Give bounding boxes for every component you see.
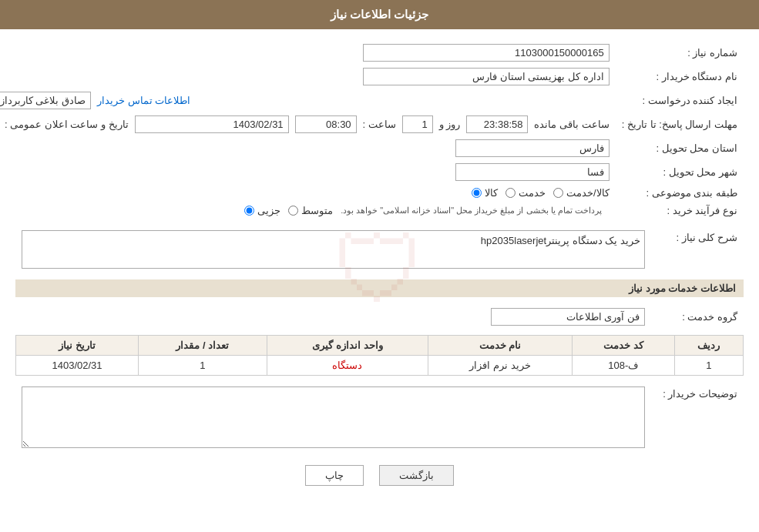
cell-code: ف-108: [572, 356, 674, 376]
cell-qty: 1: [139, 356, 267, 376]
col-code: کد خدمت: [572, 336, 674, 356]
category-radio-khadamat[interactable]: [505, 188, 516, 198]
time-label: ساعت :: [363, 119, 396, 130]
purchase-type-label-medium: متوسط: [301, 205, 333, 216]
services-table: ردیف کد خدمت نام خدمت واحد اندازه گیری ت…: [15, 335, 744, 376]
remaining-value: 23:38:58: [466, 115, 528, 133]
notes-table: توضیحات خریدار :: [15, 383, 744, 453]
category-radio-kala[interactable]: [472, 188, 482, 198]
buyer-notes-label: توضیحات خریدار :: [651, 383, 744, 453]
send-deadline-label: مهلت ارسال پاسخ: تا تاریخ :: [616, 112, 744, 136]
category-option-kala-khadamat: کالا/خدمت: [553, 187, 610, 199]
purchase-type-option-partial: جزیی: [244, 205, 280, 216]
purchase-type-label: نوع فرآیند خرید :: [616, 202, 744, 219]
col-name: نام خدمت: [428, 336, 573, 356]
city-value: فسا: [455, 163, 610, 181]
col-qty: تعداد / مقدار: [139, 336, 267, 356]
days-value: 1: [402, 115, 433, 133]
description-value: خرید یک دستگاه پرینترhp2035laserjet: [22, 230, 645, 269]
description-label: شرح کلی نیاز :: [651, 227, 744, 272]
date-value: 1403/02/31: [135, 115, 289, 133]
col-row: ردیف: [674, 336, 743, 356]
buyer-org-value: اداره کل بهزیستی استان فارس: [363, 68, 610, 85]
info-table: شماره نیاز : 1103000150000165 نام دستگاه…: [0, 41, 744, 219]
category-label-kala: کالا: [485, 187, 498, 199]
service-group-label: گروه خدمت :: [651, 305, 744, 329]
cell-unit: دستگاه: [267, 356, 428, 376]
button-row: بازگشت چاپ: [15, 465, 744, 486]
category-label-kala-khadamat: کالا/خدمت: [566, 187, 610, 199]
category-option-khadamat: خدمت: [505, 187, 546, 199]
service-group-table: گروه خدمت : فن آوری اطلاعات: [15, 305, 744, 329]
remaining-label: ساعت باقی مانده: [534, 119, 609, 130]
service-group-value: فن آوری اطلاعات: [491, 308, 645, 326]
purchase-type-radio-medium[interactable]: [288, 206, 298, 216]
category-label-khadamat: خدمت: [519, 187, 546, 199]
description-table: شرح کلی نیاز : خرید یک دستگاه پرینترhp20…: [15, 227, 744, 272]
buyer-notes-input[interactable]: [22, 386, 645, 448]
buyer-org-label: نام دستگاه خریدار :: [616, 65, 744, 89]
creator-label: ایجاد کننده درخواست :: [616, 89, 744, 112]
cell-row: 1: [674, 356, 743, 376]
creator-contact-link[interactable]: اطلاعات تماس خریدار: [97, 95, 190, 106]
purchase-type-label-partial: جزیی: [257, 205, 280, 216]
time-value: 08:30: [295, 115, 357, 133]
purchase-type-note: پرداخت تمام یا بخشی از مبلغ خریداز محل "…: [341, 206, 602, 216]
category-label: طبقه بندی موضوعی :: [616, 184, 744, 202]
print-button[interactable]: چاپ: [305, 465, 364, 486]
back-button[interactable]: بازگشت: [379, 465, 454, 486]
page-title: جزئیات اطلاعات نیاز: [331, 8, 428, 21]
col-date: تاریخ نیاز: [16, 336, 139, 356]
days-label: روز و: [439, 119, 461, 130]
col-unit: واحد اندازه گیری: [267, 336, 428, 356]
page-header: جزئیات اطلاعات نیاز: [0, 0, 759, 29]
services-section-title: اطلاعات خدمات مورد نیاز: [15, 279, 744, 297]
purchase-type-radio-partial[interactable]: [244, 206, 254, 216]
cell-name: خرید نرم افزار: [428, 356, 573, 376]
category-option-kala: کالا: [472, 187, 498, 199]
announce-label: تاریخ و ساعت اعلان عمومی :: [5, 119, 129, 130]
cell-date: 1403/02/31: [16, 356, 139, 376]
category-radio-kala-khadamat[interactable]: [553, 188, 563, 198]
need-number-value: 1103000150000165: [363, 44, 610, 62]
creator-value: صادق بلاغی کاربرداز اداره کل بهزیستی است…: [0, 92, 91, 109]
purchase-type-option-medium: متوسط: [288, 205, 333, 216]
need-number-label: شماره نیاز :: [616, 41, 744, 65]
table-row: 1 ف-108 خرید نرم افزار دستگاه 1 1403/02/…: [16, 356, 744, 376]
province-label: استان محل تحویل :: [616, 136, 744, 160]
city-label: شهر محل تحویل :: [616, 160, 744, 184]
province-value: فارس: [455, 139, 610, 157]
